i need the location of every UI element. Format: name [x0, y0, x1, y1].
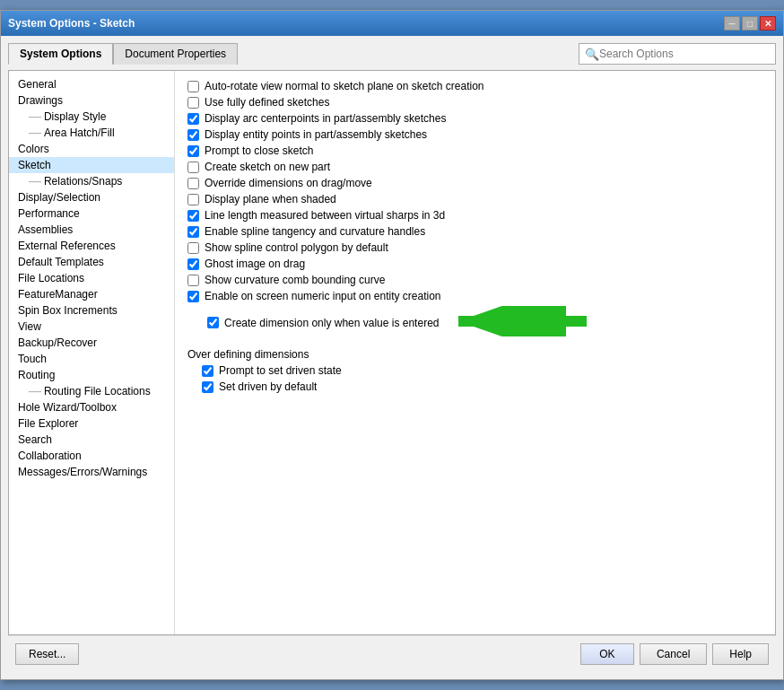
option-row-opt10: Enable spline tangency and curvature han…	[187, 225, 762, 238]
checkbox-opt3[interactable]	[187, 113, 199, 125]
sidebar-item-performance[interactable]: Performance	[9, 205, 174, 222]
label-opt8: Display plane when shaded	[205, 193, 336, 205]
content-area: Auto-rotate view normal to sketch plane …	[175, 71, 775, 634]
checkbox-opt12[interactable]	[187, 258, 199, 270]
help-button[interactable]: Help	[712, 643, 769, 665]
sidebar-item-routing-file-locations[interactable]: ── Routing File Locations	[9, 383, 174, 399]
ok-button[interactable]: OK	[580, 643, 634, 665]
checkbox-opt8[interactable]	[187, 194, 199, 205]
checkbox-od2[interactable]	[202, 381, 213, 393]
sidebar-item-colors[interactable]: Colors	[9, 141, 174, 157]
label-opt15: Create dimension only when value is ente…	[224, 317, 439, 329]
label-opt12: Ghost image on drag	[205, 258, 305, 270]
window-body: System Options Document Properties 🔍 Gen…	[1, 36, 783, 679]
checkbox-opt14[interactable]	[187, 291, 199, 302]
sidebar-item-view[interactable]: View	[9, 319, 174, 335]
label-od1: Prompt to set driven state	[219, 364, 342, 377]
sidebar-item-backuprecover[interactable]: Backup/Recover	[9, 335, 174, 351]
sidebar-item-touch[interactable]: Touch	[9, 351, 174, 367]
dialog-buttons: OK Cancel Help	[580, 643, 769, 665]
label-opt14: Enable on screen numeric input on entity…	[205, 290, 441, 302]
option-row-od2: Set driven by default	[202, 380, 762, 393]
maximize-button[interactable]: □	[742, 16, 758, 31]
checkbox-opt2[interactable]	[187, 97, 199, 109]
reset-button[interactable]: Reset...	[15, 643, 79, 665]
sidebar: GeneralDrawings── Display Style── Area H…	[9, 71, 175, 634]
tab-document-properties[interactable]: Document Properties	[113, 43, 238, 65]
checkbox-opt13[interactable]	[187, 275, 199, 286]
option-row-opt15: Create dimension only when value is ente…	[207, 306, 762, 339]
tab-system-options[interactable]: System Options	[8, 43, 113, 65]
search-input[interactable]	[599, 48, 770, 60]
option-row-opt11: Show spline control polygon by default	[187, 241, 762, 254]
sidebar-item-featuremanager[interactable]: FeatureManager	[9, 286, 174, 302]
option-row-opt1: Auto-rotate view normal to sketch plane …	[187, 80, 762, 92]
option-row-opt12: Ghost image on drag	[187, 258, 762, 270]
window-title: System Options - Sketch	[8, 17, 135, 30]
sidebar-item-assemblies[interactable]: Assemblies	[9, 222, 174, 238]
sidebar-item-area-hatchfill[interactable]: ── Area Hatch/Fill	[9, 125, 174, 141]
label-opt5: Prompt to close sketch	[205, 144, 313, 157]
label-opt10: Enable spline tangency and curvature han…	[205, 225, 425, 238]
label-opt1: Auto-rotate view normal to sketch plane …	[205, 80, 484, 92]
option-row-opt8: Display plane when shaded	[187, 193, 762, 205]
top-bar: System Options Document Properties 🔍	[8, 43, 776, 65]
close-button[interactable]: ✕	[760, 16, 776, 31]
sidebar-item-displayselection[interactable]: Display/Selection	[9, 189, 174, 205]
label-opt4: Display entity points in part/assembly s…	[205, 128, 427, 141]
sidebar-item-relationssnaps[interactable]: ── Relations/Snaps	[9, 173, 174, 189]
label-opt11: Show spline control polygon by default	[205, 241, 388, 254]
sidebar-item-spin-box-increments[interactable]: Spin Box Increments	[9, 302, 174, 319]
option-row-opt2: Use fully defined sketches	[187, 96, 762, 109]
minimize-button[interactable]: ─	[724, 16, 740, 31]
option-row-opt13: Show curvature comb bounding curve	[187, 274, 762, 286]
sidebar-item-general[interactable]: General	[9, 76, 174, 92]
over-defining-header: Over defining dimensions	[187, 348, 762, 361]
sidebar-item-display-style[interactable]: ── Display Style	[9, 109, 174, 125]
option-row-opt9: Line length measured between virtual sha…	[187, 209, 762, 222]
option-row-opt7: Override dimensions on drag/move	[187, 177, 762, 189]
sidebar-item-default-templates[interactable]: Default Templates	[9, 254, 174, 270]
sidebar-item-routing[interactable]: Routing	[9, 367, 174, 383]
label-opt6: Create sketch on new part	[205, 161, 330, 173]
green-arrow-annotation	[448, 306, 600, 339]
search-icon: 🔍	[585, 48, 599, 61]
title-bar-buttons: ─ □ ✕	[724, 16, 776, 31]
sidebar-item-hole-wizardtoolbox[interactable]: Hole Wizard/Toolbox	[9, 399, 174, 415]
checkbox-opt10[interactable]	[187, 226, 199, 238]
sidebar-item-collaboration[interactable]: Collaboration	[9, 448, 174, 464]
system-options-window: System Options - Sketch ─ □ ✕ System Opt…	[0, 10, 784, 680]
label-od2: Set driven by default	[219, 380, 317, 393]
sidebar-item-file-explorer[interactable]: File Explorer	[9, 415, 174, 432]
sidebar-item-sketch[interactable]: Sketch	[9, 157, 174, 173]
sidebar-item-external-references[interactable]: External References	[9, 238, 174, 254]
main-content: GeneralDrawings── Display Style── Area H…	[8, 70, 776, 635]
label-opt3: Display arc centerpoints in part/assembl…	[205, 112, 446, 125]
over-defining-options: Prompt to set driven stateSet driven by …	[202, 364, 762, 393]
option-row-opt14: Enable on screen numeric input on entity…	[187, 290, 762, 302]
checkbox-opt9[interactable]	[187, 210, 199, 222]
checkbox-od1[interactable]	[202, 365, 213, 377]
sidebar-item-file-locations[interactable]: File Locations	[9, 270, 174, 286]
sidebar-item-drawings[interactable]: Drawings	[9, 92, 174, 109]
checkbox-opt1[interactable]	[187, 81, 199, 92]
option-row-opt3: Display arc centerpoints in part/assembl…	[187, 112, 762, 125]
label-opt9: Line length measured between virtual sha…	[205, 209, 445, 222]
label-opt7: Override dimensions on drag/move	[205, 177, 372, 189]
arrow-svg	[448, 306, 600, 336]
checkbox-opt15[interactable]	[207, 317, 219, 328]
checkbox-opt11[interactable]	[187, 242, 199, 254]
option-row-opt5: Prompt to close sketch	[187, 144, 762, 157]
option-row-opt4: Display entity points in part/assembly s…	[187, 128, 762, 141]
checkbox-opt5[interactable]	[187, 145, 199, 157]
sidebar-item-messageserrorswarnings[interactable]: Messages/Errors/Warnings	[9, 464, 174, 480]
label-opt2: Use fully defined sketches	[205, 96, 329, 109]
label-opt13: Show curvature comb bounding curve	[205, 274, 385, 286]
footer: Reset... OK Cancel Help	[8, 635, 776, 672]
option-row-od1: Prompt to set driven state	[202, 364, 762, 377]
checkbox-opt6[interactable]	[187, 162, 199, 173]
sidebar-item-search[interactable]: Search	[9, 432, 174, 448]
cancel-button[interactable]: Cancel	[640, 643, 707, 665]
checkbox-opt7[interactable]	[187, 178, 199, 189]
checkbox-opt4[interactable]	[187, 129, 199, 141]
